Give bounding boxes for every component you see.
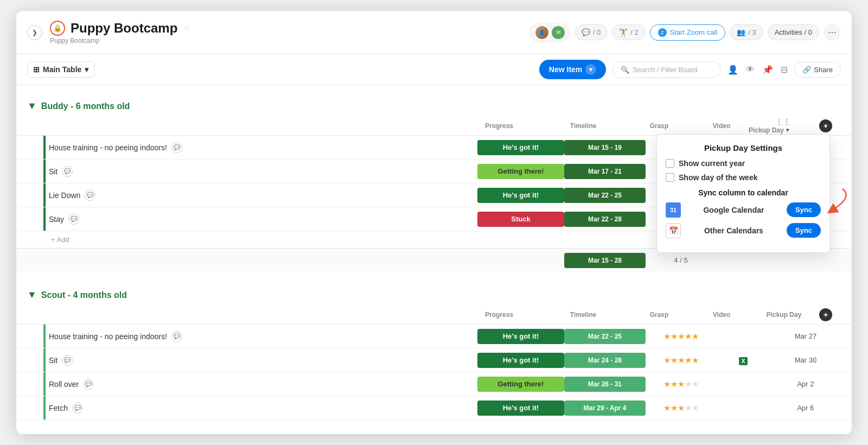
people-btn[interactable]: 👥 / 3 bbox=[730, 24, 763, 40]
google-calendar-sync-row: 31 Google Calendar Sync bbox=[666, 202, 821, 218]
comment-icon[interactable]: 💬 bbox=[72, 403, 83, 414]
progress-cell: He's got it! bbox=[477, 353, 564, 368]
zoom-btn[interactable]: Z Start Zoom call bbox=[650, 24, 725, 41]
new-item-button[interactable]: New Item ▾ bbox=[539, 60, 606, 79]
timeline-cell: Mar 15 - 19 bbox=[564, 140, 646, 155]
other-sync-button[interactable]: Sync bbox=[787, 223, 821, 238]
progress-badge[interactable]: Getting there! bbox=[477, 164, 564, 179]
stars[interactable]: ★★★★★ bbox=[646, 332, 716, 341]
activities-btn[interactable]: Activities / 0 bbox=[768, 24, 819, 40]
pickup-checkbox-year[interactable] bbox=[666, 159, 674, 168]
col-header-timeline: Timeline bbox=[542, 122, 624, 130]
pickup-col-header[interactable]: Pickup Day ▾ bbox=[749, 126, 819, 134]
workload-btn[interactable]: 🏋 / 2 bbox=[612, 24, 645, 40]
summary-timeline: Mar 15 - 28 bbox=[564, 253, 646, 268]
avatar-group[interactable]: 👤 ✉ bbox=[529, 23, 570, 42]
timeline-badge: Mar 15 - 19 bbox=[564, 140, 646, 155]
buddy-group-toggle[interactable]: ▼ bbox=[27, 100, 37, 112]
col-dots-icon[interactable]: ⋮⋮ bbox=[775, 118, 790, 126]
table-selector[interactable]: ⊞ Main Table ▾ bbox=[27, 61, 94, 78]
timeline-badge: Mar 26 - 31 bbox=[564, 377, 646, 392]
progress-badge[interactable]: He's got it! bbox=[477, 329, 564, 344]
progress-badge[interactable]: He's got it! bbox=[477, 140, 564, 155]
activities-label: Activities / 0 bbox=[775, 28, 812, 36]
search-box[interactable]: 🔍 Search / Filter Board bbox=[612, 61, 721, 78]
stars[interactable]: ★★★★★ bbox=[646, 355, 716, 365]
other-calendar-sync-row: 📅 Other Calendars Sync bbox=[666, 223, 821, 238]
table-row: Roll over 💬 Getting there! Mar 26 - 31 ★… bbox=[16, 372, 852, 396]
workload-count: / 2 bbox=[630, 28, 638, 36]
row-name: Sit 💬 bbox=[49, 355, 477, 366]
video-cell: X bbox=[716, 355, 770, 365]
row-border bbox=[43, 372, 46, 396]
pickup-cell: Mar 30 bbox=[770, 356, 841, 364]
add-row-label: + Add bbox=[51, 236, 69, 244]
col-header-video: Video bbox=[694, 122, 749, 130]
col-header-progress: Progress bbox=[456, 122, 542, 130]
row-name: House training - no peeing indoors! 💬 bbox=[49, 331, 477, 342]
summary-timeline-badge: Mar 15 - 28 bbox=[564, 253, 646, 268]
buddy-group: ▼ Buddy - 6 months old Progress Timeline… bbox=[16, 96, 852, 272]
add-column-btn[interactable]: + bbox=[819, 119, 832, 132]
scout-table-header: Progress Timeline Grasp Video Pickup Day… bbox=[16, 305, 852, 325]
progress-cell: He's got it! bbox=[477, 329, 564, 344]
row-name: Stay 💬 bbox=[49, 214, 477, 225]
progress-badge[interactable]: He's got it! bbox=[477, 400, 564, 416]
row-name: Sit 💬 bbox=[49, 166, 477, 177]
comment-icon[interactable]: 💬 bbox=[83, 379, 94, 390]
pickup-checkbox-week[interactable] bbox=[666, 173, 674, 182]
row-name: Lie Down 💬 bbox=[49, 190, 477, 201]
stars[interactable]: ★★★★★ bbox=[646, 403, 716, 413]
comment-icon[interactable]: 💬 bbox=[85, 190, 95, 201]
row-border bbox=[43, 160, 46, 183]
summary-grasp: 4 / 5 bbox=[646, 256, 716, 264]
row-text: Sit bbox=[49, 167, 58, 176]
col-header-grasp: Grasp bbox=[624, 122, 694, 130]
timeline-cell: Mar 24 - 28 bbox=[564, 353, 646, 368]
row-text: Lie Down bbox=[49, 191, 80, 200]
pin-icon[interactable]: 📌 bbox=[762, 65, 773, 75]
buddy-table-header: Progress Timeline Grasp Video ⋮⋮ Pickup … bbox=[16, 116, 852, 136]
row-border bbox=[43, 396, 46, 419]
filter-icon[interactable]: ⊟ bbox=[781, 65, 788, 75]
progress-badge[interactable]: Stuck bbox=[477, 212, 564, 227]
comment-icon[interactable]: 💬 bbox=[171, 142, 182, 153]
comment-icon[interactable]: 💬 bbox=[68, 214, 79, 225]
more-btn[interactable]: ··· bbox=[824, 24, 841, 41]
comment-icon[interactable]: 💬 bbox=[62, 355, 73, 366]
grasp-cell: ★★★★★ bbox=[646, 403, 716, 413]
scout-group-toggle[interactable]: ▼ bbox=[27, 289, 37, 301]
pickup-option-week: Show day of the week bbox=[666, 173, 821, 182]
timeline-badge: Mar 22 - 28 bbox=[564, 212, 646, 227]
stars[interactable]: ★★★★★ bbox=[646, 379, 716, 389]
people-icon: 👥 bbox=[737, 28, 745, 36]
add-column-btn-scout[interactable]: + bbox=[819, 308, 832, 321]
sync-section-title: Sync column to calendar bbox=[666, 188, 821, 197]
pickup-cell: Mar 27 bbox=[770, 332, 841, 340]
progress-badge[interactable]: He's got it! bbox=[477, 188, 564, 203]
project-subtitle: Puppy Bootcamp bbox=[50, 37, 190, 44]
progress-cell: Getting there! bbox=[477, 164, 564, 179]
scout-group: ▼ Scout - 4 months old Progress Timeline… bbox=[16, 285, 852, 420]
comment-icon[interactable]: 💬 bbox=[62, 166, 73, 177]
google-sync-button[interactable]: Sync bbox=[787, 202, 821, 217]
toolbar: ⊞ Main Table ▾ New Item ▾ 🔍 Search / Fil… bbox=[16, 54, 852, 85]
conversations-btn[interactable]: 💬 / 0 bbox=[575, 24, 608, 40]
person-filter-icon[interactable]: 👤 bbox=[727, 65, 738, 75]
row-border bbox=[43, 136, 46, 159]
comment-icon[interactable]: 💬 bbox=[171, 331, 182, 342]
header: ❯ 🔒 Puppy Bootcamp ☆ Puppy Bootcamp 👤 ✉ … bbox=[16, 11, 852, 54]
scout-group-title: Scout - 4 months old bbox=[41, 290, 127, 300]
table-row: Sit 💬 He's got it! Mar 24 - 28 ★★★★★ X bbox=[16, 348, 852, 372]
chevron-down-icon: ▾ bbox=[85, 65, 88, 74]
table-icon: ⊞ bbox=[33, 65, 40, 74]
progress-badge[interactable]: He's got it! bbox=[477, 353, 564, 368]
row-name: Roll over 💬 bbox=[49, 379, 477, 390]
star-icon[interactable]: ☆ bbox=[183, 23, 190, 33]
toolbar-icons: 👤 👁 📌 ⊟ bbox=[727, 65, 788, 75]
share-btn[interactable]: 🔗 Share bbox=[794, 62, 841, 78]
col-header-pickup-scout: Pickup Day bbox=[749, 311, 819, 319]
sidebar-toggle[interactable]: ❯ bbox=[27, 25, 42, 40]
eye-icon[interactable]: 👁 bbox=[746, 65, 755, 74]
progress-badge[interactable]: Getting there! bbox=[477, 377, 564, 392]
